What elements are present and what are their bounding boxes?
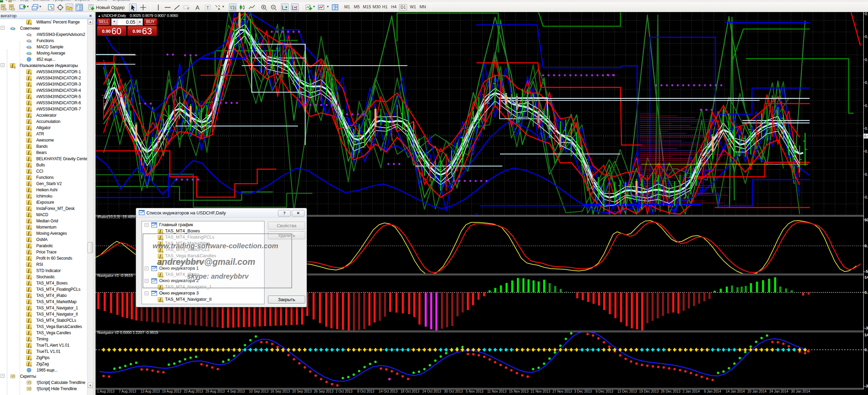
svg-text:0.90: 0.90 <box>865 172 868 176</box>
svg-text:3 Dec 2013: 3 Dec 2013 <box>574 389 592 393</box>
svg-text:0.00: 0.00 <box>865 348 868 352</box>
svg-text:0.90: 0.90 <box>864 134 868 138</box>
svg-text:8 Oct 2013: 8 Oct 2013 <box>357 389 374 393</box>
svg-text:11 Nov 2013: 11 Nov 2013 <box>487 389 507 393</box>
svg-text:26 Dec 2013: 26 Dec 2013 <box>661 389 681 393</box>
svg-text:26 Sep 2013: 26 Sep 2013 <box>314 389 334 393</box>
svg-text:4 Sep 2013: 4 Sep 2013 <box>227 389 245 393</box>
svg-text:20 Jan 2014: 20 Jan 2014 <box>748 389 766 393</box>
svg-text:16 Sep 2013: 16 Sep 2013 <box>270 389 290 393</box>
svg-text:0.90: 0.90 <box>865 12 868 16</box>
svg-text:13 Dec 2013: 13 Dec 2013 <box>617 389 637 393</box>
svg-text:14: 14 <box>865 275 868 279</box>
svg-text:15 Nov 2013: 15 Nov 2013 <box>509 389 529 393</box>
svg-text:10 Sep 2013: 10 Sep 2013 <box>249 389 269 393</box>
svg-text:0.90: 0.90 <box>865 126 868 131</box>
svg-text:Navigator #1 -0.9515: Navigator #1 -0.9515 <box>97 273 133 278</box>
svg-text:19 Dec 2013: 19 Dec 2013 <box>639 389 659 393</box>
svg-text:0.90: 0.90 <box>865 35 868 39</box>
svg-text:0.00: 0.00 <box>865 290 868 295</box>
svg-text:0.90: 0.90 <box>865 104 868 108</box>
svg-text:2 Jan 2014: 2 Jan 2014 <box>683 389 700 393</box>
svg-text:14 Jan 2014: 14 Jan 2014 <box>726 389 745 393</box>
svg-text:30 Oct 2013: 30 Oct 2013 <box>444 389 463 393</box>
svg-text:23 Aug 2013: 23 Aug 2013 <box>184 389 203 393</box>
svg-text:21 Nov 2013: 21 Nov 2013 <box>531 389 550 393</box>
svg-text:-50: -50 <box>865 269 868 273</box>
svg-text:F: F <box>187 7 189 10</box>
svg-text:-3: -3 <box>865 326 868 330</box>
svg-text:7 Aug 2013: 7 Aug 2013 <box>119 389 136 393</box>
svg-text:0.90: 0.90 <box>865 80 868 85</box>
svg-text:2 Oct 2013: 2 Oct 2013 <box>336 389 353 393</box>
svg-text:20 Sep 2013: 20 Sep 2013 <box>292 389 312 393</box>
svg-text:30 Jan 2014: 30 Jan 2014 <box>791 389 810 393</box>
svg-text:13 Aug 2013: 13 Aug 2013 <box>141 389 160 393</box>
svg-text:14 Oct 2013: 14 Oct 2013 <box>379 389 398 393</box>
svg-text:9 Dec 2013: 9 Dec 2013 <box>596 389 614 393</box>
svg-text:14: 14 <box>865 333 868 337</box>
svg-text:0.90: 0.90 <box>865 149 868 153</box>
svg-text:0.00: 0.00 <box>865 244 868 248</box>
svg-text:29 Aug 2013: 29 Aug 2013 <box>205 389 225 393</box>
svg-text:24 Oct 2013: 24 Oct 2013 <box>422 389 441 393</box>
svg-text:A: A <box>195 4 200 11</box>
svg-text:8 Jan 2014: 8 Jan 2014 <box>704 389 721 393</box>
svg-text:18 Oct 2013: 18 Oct 2013 <box>401 389 419 393</box>
svg-text:5 Nov 2013: 5 Nov 2013 <box>466 389 484 393</box>
svg-text:T: T <box>206 6 209 10</box>
svg-text:Navigator #2 0.0000 1.2207 -0.: Navigator #2 0.0000 1.2207 -0.9515 <box>97 330 158 335</box>
svg-text:24 Jan 2014: 24 Jan 2014 <box>769 389 788 393</box>
svg-text:27 Nov 2013: 27 Nov 2013 <box>552 389 572 393</box>
svg-text:19 Aug 2013: 19 Aug 2013 <box>162 389 182 393</box>
svg-text:1 Aug 2013: 1 Aug 2013 <box>97 389 115 393</box>
svg-text:-3: -3 <box>865 384 868 388</box>
svg-text:0.90: 0.90 <box>865 58 868 62</box>
svg-text:0.90: 0.90 <box>865 195 868 199</box>
svg-text:50: 50 <box>865 218 868 222</box>
